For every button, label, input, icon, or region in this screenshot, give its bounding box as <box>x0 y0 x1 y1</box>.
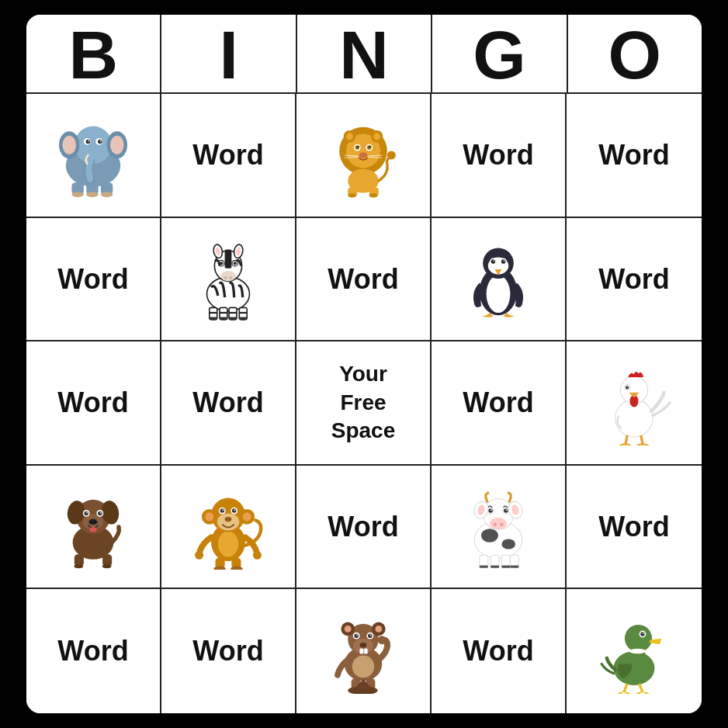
svg-point-120 <box>220 508 225 513</box>
svg-point-82 <box>627 387 629 388</box>
svg-point-75 <box>493 261 494 262</box>
bingo-header: B I N G O <box>26 15 702 94</box>
cell-0-1[interactable]: Word <box>161 94 296 218</box>
cell-4-0[interactable]: Word <box>26 589 161 713</box>
header-o: O <box>568 15 702 92</box>
svg-point-81 <box>626 386 629 389</box>
svg-point-186 <box>629 649 646 654</box>
header-i: I <box>161 15 296 92</box>
svg-point-73 <box>491 260 496 265</box>
svg-point-29 <box>369 146 371 147</box>
svg-point-127 <box>195 550 203 559</box>
svg-line-85 <box>619 444 626 445</box>
svg-point-137 <box>490 517 507 529</box>
svg-point-169 <box>368 634 373 639</box>
svg-point-170 <box>356 635 358 636</box>
svg-point-11 <box>100 140 102 141</box>
svg-point-17 <box>101 192 113 197</box>
svg-point-159 <box>352 656 375 678</box>
svg-point-38 <box>348 193 356 198</box>
svg-point-99 <box>98 511 102 515</box>
svg-rect-63 <box>210 317 217 320</box>
svg-point-144 <box>491 509 492 511</box>
svg-rect-151 <box>491 555 499 567</box>
cell-2-0[interactable]: Word <box>26 341 161 466</box>
svg-point-76 <box>504 261 505 262</box>
cell-1-4[interactable]: Word <box>567 218 702 342</box>
svg-point-108 <box>74 563 83 568</box>
svg-point-171 <box>370 635 372 636</box>
word-label: Word <box>598 511 669 543</box>
svg-point-98 <box>84 511 88 515</box>
cell-2-2-free[interactable]: YourFreeSpace <box>296 341 432 466</box>
word-label: Word <box>57 264 128 295</box>
cell-3-4[interactable]: Word <box>567 466 702 590</box>
svg-point-181 <box>625 625 652 652</box>
svg-point-123 <box>234 509 236 511</box>
word-label: Word <box>328 264 398 295</box>
svg-point-9 <box>98 139 102 144</box>
cell-4-3[interactable]: Word <box>432 589 567 713</box>
svg-point-22 <box>346 133 353 140</box>
svg-rect-155 <box>491 565 499 567</box>
svg-rect-66 <box>239 317 247 320</box>
cell-2-3[interactable]: Word <box>432 341 567 466</box>
cell-3-1[interactable] <box>161 466 296 590</box>
cell-4-2[interactable] <box>296 589 432 713</box>
svg-point-183 <box>640 632 645 636</box>
word-label: Word <box>463 140 533 171</box>
word-label: Word <box>57 636 128 667</box>
svg-point-28 <box>357 146 359 147</box>
svg-point-125 <box>225 518 227 520</box>
svg-point-44 <box>224 277 227 279</box>
svg-point-68 <box>487 276 511 313</box>
svg-point-16 <box>86 192 98 197</box>
svg-point-163 <box>345 626 352 633</box>
cell-2-1[interactable]: Word <box>161 341 296 466</box>
cell-2-4[interactable] <box>567 341 702 466</box>
svg-rect-64 <box>220 317 227 320</box>
svg-point-184 <box>643 633 644 634</box>
cell-3-2[interactable]: Word <box>296 466 432 590</box>
svg-point-8 <box>86 139 91 144</box>
word-label: Word <box>192 387 263 418</box>
svg-rect-65 <box>229 317 237 320</box>
svg-point-101 <box>100 511 102 513</box>
svg-point-128 <box>253 550 262 559</box>
free-space-label: YourFreeSpace <box>331 360 396 445</box>
svg-point-109 <box>102 563 112 568</box>
header-n: N <box>297 15 432 92</box>
cell-4-1[interactable]: Word <box>161 589 296 713</box>
cell-3-0[interactable] <box>26 466 161 590</box>
cell-0-3[interactable]: Word <box>432 94 567 218</box>
svg-rect-153 <box>510 555 518 567</box>
cell-3-3[interactable] <box>432 466 567 590</box>
svg-rect-154 <box>480 565 488 567</box>
cell-0-4[interactable]: Word <box>567 94 702 218</box>
cell-0-0[interactable] <box>26 94 161 218</box>
svg-point-134 <box>481 529 498 543</box>
word-label: Word <box>598 140 669 171</box>
svg-rect-174 <box>364 649 367 654</box>
svg-line-90 <box>643 444 649 445</box>
svg-point-168 <box>354 634 359 639</box>
svg-point-105 <box>90 527 97 532</box>
cell-1-3[interactable] <box>432 218 567 342</box>
svg-point-143 <box>504 508 508 513</box>
svg-point-23 <box>373 133 380 140</box>
svg-rect-156 <box>501 565 510 567</box>
svg-point-115 <box>205 512 213 521</box>
cell-1-1[interactable] <box>161 218 296 342</box>
svg-point-164 <box>375 626 382 633</box>
cell-0-2[interactable] <box>296 94 432 218</box>
cell-4-4[interactable] <box>567 589 702 713</box>
svg-point-111 <box>218 531 238 556</box>
svg-line-188 <box>640 684 643 692</box>
svg-point-145 <box>506 509 508 511</box>
svg-point-39 <box>369 193 378 198</box>
cell-1-2[interactable]: Word <box>296 218 432 342</box>
svg-point-10 <box>88 140 89 141</box>
svg-point-5 <box>110 135 124 154</box>
cell-1-0[interactable]: Word <box>26 218 161 342</box>
word-label: Word <box>598 264 669 295</box>
